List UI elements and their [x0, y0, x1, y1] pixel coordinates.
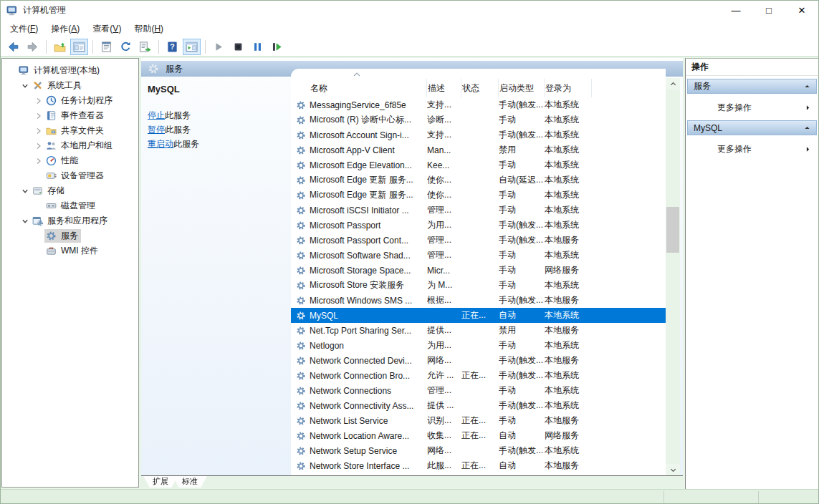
service-row-Network Connectivity Ass...[interactable]: Network Connectivity Ass...提供 ...手动(触发..… [291, 398, 666, 413]
tree-item-computer-management-local[interactable]: 计算机管理(本地) [2, 63, 138, 78]
link-pause-service[interactable]: 暂停此服务 [148, 125, 287, 135]
chevron-down-icon[interactable] [19, 188, 31, 195]
refresh-icon [120, 41, 132, 53]
service-cell: Microsoft Account Sign-i... [310, 130, 427, 140]
tree-item-services[interactable]: 服务 [2, 228, 138, 243]
properties-button[interactable] [97, 39, 115, 55]
tree-item-local-users-groups[interactable]: 本地用户和组 [2, 138, 138, 153]
scroll-up-button[interactable] [666, 78, 680, 89]
tree-item-storage[interactable]: 存储 [2, 183, 138, 198]
close-button[interactable]: ✕ [785, 1, 818, 20]
chevron-down-icon[interactable] [19, 82, 31, 89]
tree-item-performance[interactable]: 性能 [2, 153, 138, 168]
menu-item-0[interactable]: 文件(F) [4, 20, 44, 37]
menu-item-3[interactable]: 帮助(H) [128, 20, 170, 37]
service-row-Network Store Interface ...[interactable]: Network Store Interface ...此服...正在...自动本… [291, 458, 666, 473]
service-row-Microsoft Windows SMS ...[interactable]: Microsoft Windows SMS ...根据...手动(触发...本地… [291, 293, 666, 308]
service-cell: Network Connection Bro... [310, 371, 427, 381]
tab-extended[interactable]: 扩展 [143, 476, 178, 488]
selected-service-name: MySQL [148, 84, 287, 94]
refresh-button[interactable] [117, 39, 135, 55]
chevron-right-icon[interactable] [32, 112, 44, 120]
service-row-Microsoft (R) 诊断中心标...[interactable]: Microsoft (R) 诊断中心标...诊断...手动本地系统 [291, 112, 666, 127]
back-button[interactable] [4, 39, 22, 55]
tree-item-shared-folders[interactable]: 共享文件夹 [2, 123, 138, 138]
service-row-Network List Service[interactable]: Network List Service识别...正在...手动本地服务 [291, 413, 666, 428]
restart-service-button[interactable] [268, 39, 286, 55]
column-header-4[interactable]: 启动类型 [499, 79, 545, 97]
service-row-Microsoft Passport[interactable]: Microsoft Passport为用...手动(触发...本地系统 [291, 218, 666, 233]
service-row-Microsoft Edge 更新 服务...[interactable]: Microsoft Edge 更新 服务...使你...手动本地系统 [291, 188, 666, 203]
scrollbar-thumb[interactable] [666, 207, 679, 253]
start-service-button[interactable] [210, 39, 228, 55]
action-section-header-services[interactable]: 服务 [687, 79, 817, 94]
pause-service-button[interactable] [249, 39, 267, 55]
collapse-icon[interactable] [804, 83, 810, 89]
service-cell: 识别... [427, 415, 461, 427]
service-cell: 网络... [427, 354, 461, 367]
service-row-Network Connection Bro...[interactable]: Network Connection Bro...允许 ...正在...手动(触… [291, 368, 666, 383]
service-row-Microsoft Edge 更新 服务...[interactable]: Microsoft Edge 更新 服务...使你...自动(延迟...本地系统 [291, 173, 666, 188]
tree-item-system-tools[interactable]: 系统工具 [2, 78, 138, 93]
service-row-Network Setup Service[interactable]: Network Setup Service网络...手动(触发...本地系统 [291, 443, 666, 458]
service-row-Network Connections[interactable]: Network Connections管理...手动本地系统 [291, 383, 666, 398]
chevron-right-icon[interactable] [32, 142, 44, 150]
chevron-right-icon[interactable] [32, 127, 44, 135]
export-list-button[interactable] [136, 39, 154, 55]
service-row-Network Connected Devi...[interactable]: Network Connected Devi...网络...手动(触发...本地… [291, 353, 666, 368]
action-pane-button[interactable] [183, 39, 201, 55]
column-header-5[interactable]: 登录为 [545, 79, 592, 97]
menu-item-1[interactable]: 操作(A) [44, 20, 86, 37]
service-gear-icon [296, 401, 306, 411]
service-cell: 为 M... [427, 279, 461, 291]
tree-item-label: 事件查看器 [61, 110, 104, 122]
service-cell: 本地系统 [545, 204, 592, 216]
more-actions-services[interactable]: 更多操作 [686, 99, 818, 116]
help-button[interactable]: ? [163, 39, 181, 55]
service-gear-icon [296, 175, 306, 185]
up-one-level-button[interactable] [51, 39, 69, 55]
chevron-right-icon[interactable] [32, 158, 44, 165]
service-row-Microsoft iSCSI Initiator ...[interactable]: Microsoft iSCSI Initiator ...管理...手动本地系统 [291, 203, 666, 218]
service-row-selected-MySQL[interactable]: MySQL正在...自动本地系统 [291, 308, 666, 323]
service-row-Microsoft Software Shad...[interactable]: Microsoft Software Shad...管理...手动本地系统 [291, 248, 666, 263]
chevron-down-icon[interactable] [19, 218, 31, 225]
chevron-right-icon[interactable] [32, 97, 44, 105]
action-section-header-mysql[interactable]: MySQL [687, 120, 817, 135]
tree-item-wmi-control[interactable]: WMI 控件 [2, 243, 138, 258]
tree-item-event-viewer[interactable]: 事件查看器 [2, 108, 138, 123]
forward-button[interactable] [24, 39, 42, 55]
scroll-down-button[interactable] [666, 464, 680, 475]
list-scrollbar[interactable] [666, 78, 680, 475]
more-actions-mysql[interactable]: 更多操作 [686, 140, 818, 158]
service-row-Microsoft Edge Elevation...[interactable]: Microsoft Edge Elevation...Kee...手动本地系统 [291, 158, 666, 173]
service-row-Net.Tcp Port Sharing Ser...[interactable]: Net.Tcp Port Sharing Ser...提供...禁用本地服务 [291, 323, 666, 338]
tree-item-disk-management[interactable]: 磁盘管理 [2, 198, 138, 213]
link-action-text: 暂停 [148, 125, 165, 135]
column-header-1[interactable]: 名称 [310, 79, 427, 97]
maximize-button[interactable]: □ [752, 1, 785, 20]
tab-standard[interactable]: 标准 [173, 476, 207, 488]
console-tree-button[interactable] [70, 39, 88, 55]
column-header-2[interactable]: 描述 [427, 79, 461, 97]
minimize-button[interactable]: — [719, 1, 752, 20]
column-header-3[interactable]: 状态 [461, 79, 499, 97]
tree-item-device-manager[interactable]: 设备管理器 [2, 168, 138, 183]
stop-service-button[interactable] [229, 39, 247, 55]
service-row-MessagingService_6f85e[interactable]: MessagingService_6f85e支持...手动(触发...本地系统 [291, 97, 666, 112]
service-cell: 手动(触发... [499, 445, 545, 457]
service-row-Microsoft App-V Client[interactable]: Microsoft App-V ClientMan...禁用本地系统 [291, 142, 666, 158]
service-row-Microsoft Storage Space...[interactable]: Microsoft Storage Space...Micr...手动网络服务 [291, 263, 666, 278]
service-row-Microsoft Store 安装服务[interactable]: Microsoft Store 安装服务为 M...手动本地系统 [291, 278, 666, 293]
service-cell: Kee... [427, 160, 461, 170]
link-stop-service[interactable]: 停止此服务 [148, 110, 287, 121]
tree-item-services-and-applications[interactable]: 服务和应用程序 [2, 213, 138, 228]
collapse-icon[interactable] [804, 125, 810, 131]
service-row-Microsoft Account Sign-i...[interactable]: Microsoft Account Sign-i...支持...手动(触发...… [291, 127, 666, 142]
service-row-Microsoft Passport Cont...[interactable]: Microsoft Passport Cont...管理...手动(触发...本… [291, 233, 666, 248]
service-row-Network Location Aware...[interactable]: Network Location Aware...收集...正在...自动网络服… [291, 428, 666, 443]
menu-item-2[interactable]: 查看(V) [86, 20, 128, 37]
service-row-Netlogon[interactable]: Netlogon为用...手动本地系统 [291, 338, 666, 353]
link-restart-service[interactable]: 重启动此服务 [148, 139, 287, 150]
tree-item-task-scheduler[interactable]: 任务计划程序 [2, 93, 138, 108]
